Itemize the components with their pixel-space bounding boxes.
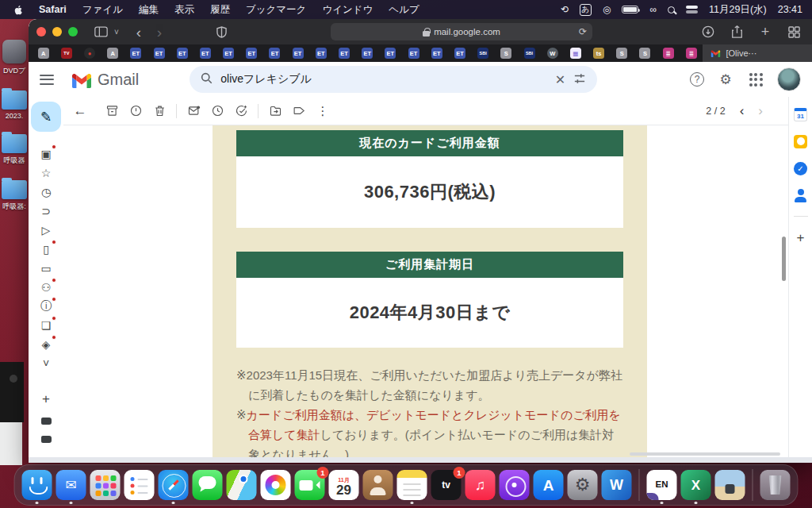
control-center-icon[interactable] xyxy=(686,6,698,13)
pinned-tab-22[interactable]: W xyxy=(547,48,558,59)
apple-menu-icon[interactable] xyxy=(13,4,25,16)
calendar-icon[interactable]: 31 xyxy=(794,108,807,121)
sidebar-item-important[interactable]: ⊃ xyxy=(35,202,57,220)
forward-button[interactable]: › xyxy=(149,23,170,40)
dock-safari[interactable] xyxy=(159,470,189,500)
horizontal-scrollbar[interactable] xyxy=(630,452,780,456)
more-options-icon[interactable]: ⋮ xyxy=(311,100,335,122)
tasks-icon[interactable]: ✓ xyxy=(794,162,807,175)
dock-photos[interactable] xyxy=(261,470,291,500)
dock-finder[interactable] xyxy=(22,470,52,500)
sidebar-item-category[interactable]: ▭ xyxy=(35,259,57,277)
pinned-tab-0[interactable]: A xyxy=(38,48,49,59)
pinned-tab-4[interactable]: ET xyxy=(130,48,141,59)
pinned-tab-14[interactable]: ET xyxy=(362,48,373,59)
custom-label-icon-2[interactable] xyxy=(41,436,52,443)
pinned-tab-23[interactable]: ▦ xyxy=(570,48,581,59)
pinned-tab-9[interactable]: ET xyxy=(246,48,257,59)
move-to-icon[interactable] xyxy=(263,100,287,122)
dock-calendar[interactable]: 11月29 xyxy=(329,470,359,500)
pinned-tab-21[interactable]: SBI xyxy=(524,48,535,59)
pinned-tab-12[interactable]: ET xyxy=(316,48,327,59)
pinned-tab-7[interactable]: ET xyxy=(200,48,211,59)
pinned-tab-26[interactable]: S xyxy=(639,48,650,59)
archive-icon[interactable] xyxy=(100,100,124,122)
sidebar-item-inbox[interactable]: ▣ xyxy=(35,144,57,163)
share-icon[interactable] xyxy=(726,23,747,40)
dock-endnote[interactable]: EN xyxy=(647,470,677,500)
vertical-scrollbar[interactable] xyxy=(782,237,786,281)
pinned-tab-1[interactable]: TV xyxy=(61,48,72,59)
dock-notes[interactable] xyxy=(397,470,427,500)
pinned-tab-3[interactable]: A xyxy=(107,48,118,59)
dock-maps[interactable] xyxy=(227,470,257,500)
circled-status-icon[interactable]: ◎ xyxy=(603,4,611,15)
search-filter-icon[interactable] xyxy=(573,73,586,87)
continuity-icon[interactable]: ∞ xyxy=(649,4,657,15)
sidebar-item-updates[interactable]: ⓘ xyxy=(35,297,57,315)
spotlight-icon[interactable] xyxy=(668,6,675,13)
desktop-folder-kokyuki-2[interactable]: 呼吸器: xyxy=(0,180,29,212)
add-to-tasks-icon[interactable] xyxy=(229,100,253,122)
google-apps-icon[interactable] xyxy=(747,71,764,88)
dock-facetime[interactable]: 1 xyxy=(295,470,325,500)
menu-item-編集[interactable]: 編集 xyxy=(131,4,167,15)
sidebar-item-starred[interactable]: ☆ xyxy=(35,164,57,182)
dock-excel[interactable]: X xyxy=(681,470,711,500)
minimize-window-button[interactable] xyxy=(52,27,62,37)
snooze-icon[interactable] xyxy=(205,100,229,122)
dock-trash[interactable] xyxy=(760,470,791,500)
pinned-tab-27[interactable]: ≣ xyxy=(663,48,674,59)
sidebar-item-more[interactable]: ˅ xyxy=(35,354,57,372)
recent-items-icon[interactable]: ⟲ xyxy=(561,4,569,15)
menu-item-表示[interactable]: 表示 xyxy=(167,4,202,15)
pinned-tab-28[interactable]: ≣ xyxy=(686,48,697,59)
menu-item-履歴[interactable]: 履歴 xyxy=(202,4,238,15)
pinned-tab-6[interactable]: ET xyxy=(177,48,188,59)
menubar-time[interactable]: 23:41 xyxy=(778,4,802,15)
menu-item-ウインドウ[interactable]: ウインドウ xyxy=(314,4,381,15)
active-tab[interactable]: [Olive⋯ xyxy=(703,44,812,62)
dock-apple-tv[interactable]: tv1 xyxy=(431,470,462,500)
menu-item-ファイル[interactable]: ファイル xyxy=(75,4,131,15)
downloads-icon[interactable] xyxy=(698,23,718,40)
pinned-tab-18[interactable]: ET xyxy=(454,48,465,59)
desktop-icon-dvd-player[interactable]: DVDプ xyxy=(0,40,29,76)
battery-icon[interactable] xyxy=(622,6,638,13)
sidebar-item-snoozed[interactable]: ◷ xyxy=(35,183,57,201)
pinned-tab-17[interactable]: ET xyxy=(431,48,442,59)
clear-search-icon[interactable]: ✕ xyxy=(555,72,565,87)
dock-podcasts[interactable] xyxy=(500,470,530,500)
address-bar[interactable]: mail.google.com ⟳ xyxy=(331,23,592,40)
menubar-date[interactable]: 11月29日(水) xyxy=(709,3,767,17)
dock-reminders[interactable] xyxy=(124,470,155,500)
help-icon[interactable]: ? xyxy=(690,72,704,87)
pinned-tab-10[interactable]: ET xyxy=(269,48,280,59)
dock-contacts[interactable] xyxy=(363,470,393,500)
dock-app-store[interactable]: A xyxy=(534,470,564,500)
tab-overview-icon[interactable] xyxy=(783,23,804,40)
menu-item-ヘルプ[interactable]: ヘルプ xyxy=(381,4,427,15)
sidebar-item-labels[interactable]: ◈ xyxy=(35,335,57,353)
search-icon[interactable] xyxy=(201,72,213,87)
dock-messages[interactable] xyxy=(193,470,223,500)
pinned-tab-20[interactable]: S xyxy=(500,48,511,59)
pinned-tab-25[interactable]: S xyxy=(616,48,627,59)
dock-word[interactable]: W xyxy=(602,470,632,500)
dock-system-settings[interactable]: ⚙ xyxy=(568,470,598,500)
older-email-icon[interactable]: › xyxy=(758,103,763,119)
mark-unread-icon[interactable] xyxy=(182,100,205,122)
gmail-logo[interactable]: Gmail xyxy=(71,71,139,89)
sidebar-item-social[interactable]: ⚇ xyxy=(35,278,57,296)
dock-launchpad[interactable] xyxy=(90,470,121,500)
search-input[interactable]: oliveフレキシブル ✕ xyxy=(190,66,597,93)
back-to-inbox-icon[interactable]: ← xyxy=(68,100,92,122)
labels-icon[interactable] xyxy=(287,100,311,122)
keep-icon[interactable] xyxy=(794,135,807,148)
pinned-tab-24[interactable]: ts xyxy=(593,48,604,59)
back-button[interactable]: ‹ xyxy=(128,23,149,40)
newer-email-icon[interactable]: ‹ xyxy=(740,103,745,119)
dock-pictures[interactable] xyxy=(715,470,745,500)
background-window[interactable] xyxy=(0,362,24,422)
zoom-window-button[interactable] xyxy=(68,27,78,37)
